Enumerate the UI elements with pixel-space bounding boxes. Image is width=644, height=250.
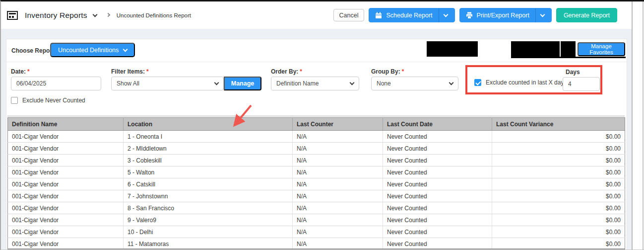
table-row[interactable]: 001-Cigar Vendor 3 - Cobleskill N/A Neve… [8, 155, 625, 167]
table-body: 001-Cigar Vendor 1 - Oneonta I N/A Never… [8, 131, 625, 250]
schedule-report-button[interactable]: Schedule Report [369, 8, 454, 22]
cell-definition-name: 001-Cigar Vendor [8, 190, 124, 202]
cell-last-count-variance: $0.00 [492, 167, 625, 178]
cell-last-count-date: Never Counted [383, 214, 492, 226]
cell-last-count-date: Never Counted [383, 131, 492, 143]
section-divider [6, 62, 627, 62]
cell-last-count-date: Never Counted [383, 226, 492, 238]
column-header-definition-name[interactable]: Definition Name [8, 118, 124, 131]
exclude-counted-label: Exclude counted in last X days [486, 79, 567, 86]
table-row[interactable]: 001-Cigar Vendor 9 - Valero9 N/A Never C… [8, 214, 625, 226]
button-divider [439, 8, 439, 22]
cell-location: 10 - Delhi [124, 226, 293, 238]
filter-items-value: Show All [117, 80, 139, 87]
required-marker: * [402, 68, 404, 75]
group-by-select[interactable]: None [371, 77, 458, 90]
cell-location: 7 - Johnstownn [124, 190, 293, 202]
exclude-counted-checkbox[interactable] [474, 79, 481, 86]
column-header-last-counter[interactable]: Last Counter [293, 118, 383, 131]
required-marker: * [27, 68, 30, 75]
top-header: Inventory Reports Uncounted Definitions … [1, 1, 632, 29]
cell-definition-name: 001-Cigar Vendor [8, 167, 124, 178]
cell-last-count-variance: $0.00 [492, 190, 625, 202]
cell-definition-name: 001-Cigar Vendor [8, 143, 124, 155]
redacted-box [561, 41, 576, 57]
group-by-value: None [377, 80, 391, 87]
report-type-dropdown[interactable]: Uncounted Definitions [50, 43, 135, 57]
required-marker: * [146, 68, 149, 75]
cell-last-count-date: Never Counted [383, 238, 492, 250]
date-input[interactable]: 06/04/2025 [11, 77, 101, 90]
cancel-button[interactable]: Cancel [333, 9, 365, 21]
cell-last-count-variance: $0.00 [492, 178, 625, 190]
cell-definition-name: 001-Cigar Vendor [8, 214, 124, 226]
group-by-label: Group By:* [371, 68, 404, 75]
page-title: Inventory Reports [25, 11, 87, 20]
schedule-report-label: Schedule Report [386, 12, 432, 19]
days-input[interactable]: 4 [563, 77, 600, 91]
table-row[interactable]: 001-Cigar Vendor 10 - Delhi N/A Never Co… [8, 226, 625, 238]
table-row[interactable]: 001-Cigar Vendor 1 - Oneonta I N/A Never… [8, 131, 625, 143]
chevron-down-icon[interactable] [92, 12, 97, 17]
chevron-down-icon[interactable] [443, 12, 448, 17]
manage-filter-items-button[interactable]: Manage [224, 77, 261, 90]
button-divider [535, 8, 536, 22]
cell-last-counter: N/A [293, 226, 383, 238]
table-row[interactable]: 001-Cigar Vendor 5 - Walton N/A Never Co… [8, 167, 625, 178]
column-header-location[interactable]: Location [124, 118, 293, 131]
cell-last-count-variance: $0.00 [492, 155, 625, 167]
table-top-hairline [7, 116, 625, 116]
required-marker: * [300, 68, 302, 75]
content-area: Choose Report Uncounted Definitions Mana… [1, 29, 632, 250]
breadcrumb: Uncounted Definitions Report [117, 12, 191, 18]
column-header-last-count-date[interactable]: Last Count Date [383, 118, 492, 131]
cell-last-count-date: Never Counted [383, 178, 492, 190]
exclude-counted-row: Exclude counted in last X days [474, 79, 567, 86]
order-by-select[interactable]: Definition Name [271, 77, 359, 90]
cell-definition-name: 001-Cigar Vendor [8, 131, 124, 143]
cell-location: 5 - Walton [124, 167, 293, 178]
cell-location: 2 - MIddletown [124, 143, 293, 155]
cell-last-count-date: Never Counted [383, 202, 492, 214]
annotation-highlight-box: Exclude counted in last X days Days 4 [465, 65, 602, 94]
inventory-reports-icon [7, 10, 18, 20]
exclude-never-counted-checkbox[interactable] [11, 97, 18, 104]
cell-definition-name: 001-Cigar Vendor [8, 155, 124, 167]
cell-last-count-date: Never Counted [383, 190, 492, 202]
cell-location: 9 - Valero9 [124, 214, 293, 226]
cell-last-counter: N/A [293, 178, 383, 190]
choose-report-label: Choose Report [11, 47, 54, 54]
cell-last-count-date: Never Counted [383, 155, 492, 167]
order-by-value: Definition Name [276, 80, 319, 87]
cell-location: 11 - Matamoras [124, 238, 293, 250]
cell-last-counter: N/A [293, 143, 383, 155]
cell-last-counter: N/A [293, 155, 383, 167]
table-row[interactable]: 001-Cigar Vendor 6 - Catskill N/A Never … [8, 178, 625, 190]
app-window: Inventory Reports Uncounted Definitions … [0, 0, 644, 250]
filter-items-label: Filter Items:* [111, 68, 149, 75]
table-row[interactable]: 001-Cigar Vendor 11 - Matamoras N/A Neve… [8, 238, 625, 250]
column-header-last-count-variance[interactable]: Last Count Variance [492, 118, 625, 131]
cell-last-counter: N/A [293, 131, 383, 143]
print-export-report-button[interactable]: Print/Export Report [459, 8, 552, 22]
table-row[interactable]: 001-Cigar Vendor 7 - Johnstownn N/A Neve… [8, 190, 625, 202]
cell-last-count-variance: $0.00 [492, 202, 625, 214]
manage-favorites-button[interactable]: Manage Favorites [578, 42, 625, 56]
order-by-label: Order By:* [271, 68, 302, 75]
cell-last-count-date: Never Counted [383, 167, 492, 178]
chevron-down-icon[interactable] [540, 12, 545, 17]
cell-location: 1 - Oneonta I [124, 131, 293, 143]
table-row[interactable]: 001-Cigar Vendor 8 - San Francisco N/A N… [8, 202, 625, 214]
filter-items-select[interactable]: Show All [111, 77, 224, 90]
calendar-icon [375, 12, 382, 19]
chevron-down-icon [214, 80, 219, 85]
generate-report-button[interactable]: Generate Report [556, 8, 617, 22]
exclude-never-counted-row: Exclude Never Counted [11, 97, 85, 104]
table-row[interactable]: 001-Cigar Vendor 2 - MIddletown N/A Neve… [8, 143, 625, 155]
cell-last-count-variance: $0.00 [492, 143, 625, 155]
cell-location: 6 - Catskill [124, 178, 293, 190]
cell-last-count-date: Never Counted [383, 143, 492, 155]
report-table: Definition Name Location Last Counter La… [7, 117, 625, 250]
cell-definition-name: 001-Cigar Vendor [8, 238, 124, 250]
cell-location: 3 - Cobleskill [124, 155, 293, 167]
